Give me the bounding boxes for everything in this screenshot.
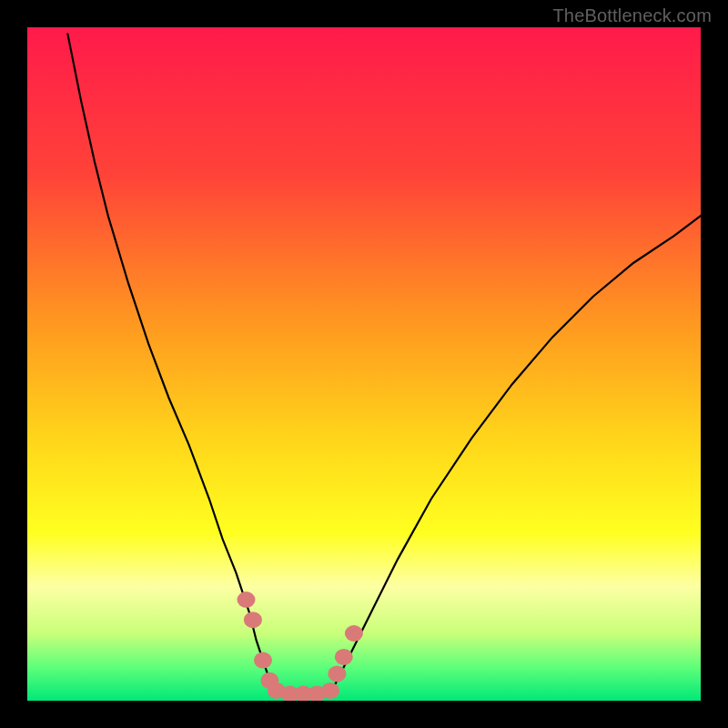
chart-frame bbox=[27, 27, 701, 701]
marker-dot bbox=[244, 612, 262, 628]
marker-dot bbox=[328, 665, 346, 682]
marker-dot bbox=[335, 649, 353, 665]
marker-dot bbox=[254, 652, 272, 669]
watermark-text: TheBottleneck.com bbox=[552, 5, 712, 26]
marker-dot bbox=[321, 682, 339, 699]
marker-dot bbox=[238, 592, 256, 608]
chart-canvas bbox=[27, 27, 701, 701]
marker-dot bbox=[345, 625, 363, 642]
chart-background bbox=[27, 27, 701, 701]
